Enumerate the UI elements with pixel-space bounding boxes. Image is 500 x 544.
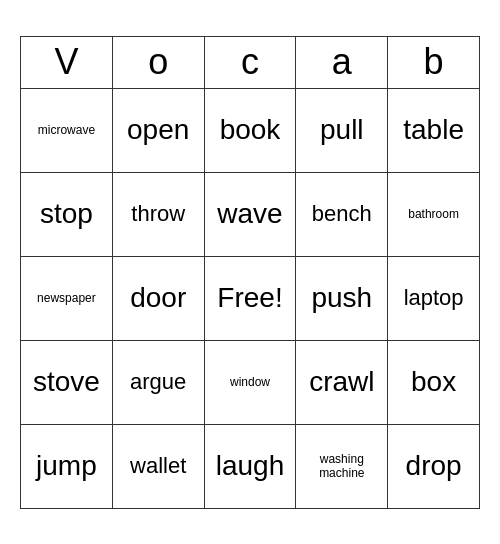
table-cell: wave <box>204 172 296 256</box>
cell-text: box <box>411 366 456 397</box>
table-cell: wallet <box>112 424 204 508</box>
table-cell: washing machine <box>296 424 388 508</box>
table-cell: box <box>388 340 480 424</box>
cell-text: bench <box>312 201 372 226</box>
table-cell: crawl <box>296 340 388 424</box>
table-cell: microwave <box>21 88 113 172</box>
table-row: microwaveopenbookpulltable <box>21 88 480 172</box>
cell-text: pull <box>320 114 364 145</box>
cell-text: drop <box>406 450 462 481</box>
table-cell: book <box>204 88 296 172</box>
table-cell: door <box>112 256 204 340</box>
header-cell: o <box>112 36 204 88</box>
cell-text: laugh <box>216 450 285 481</box>
table-cell: Free! <box>204 256 296 340</box>
cell-text: window <box>230 375 270 389</box>
cell-text: wave <box>217 198 282 229</box>
table-cell: drop <box>388 424 480 508</box>
cell-text: washing machine <box>319 452 364 480</box>
table-cell: push <box>296 256 388 340</box>
bingo-table: Vocab microwaveopenbookpulltablestopthro… <box>20 36 480 509</box>
cell-text: stove <box>33 366 100 397</box>
table-cell: argue <box>112 340 204 424</box>
table-cell: jump <box>21 424 113 508</box>
table-row: stopthrowwavebenchbathroom <box>21 172 480 256</box>
cell-text: throw <box>131 201 185 226</box>
table-cell: stop <box>21 172 113 256</box>
cell-text: book <box>220 114 281 145</box>
cell-text: newspaper <box>37 291 96 305</box>
table-cell: bench <box>296 172 388 256</box>
header-cell: b <box>388 36 480 88</box>
cell-text: argue <box>130 369 186 394</box>
table-cell: newspaper <box>21 256 113 340</box>
cell-text: open <box>127 114 189 145</box>
table-cell: window <box>204 340 296 424</box>
cell-text: wallet <box>130 453 186 478</box>
table-row: jumpwalletlaughwashing machinedrop <box>21 424 480 508</box>
cell-text: bathroom <box>408 207 459 221</box>
cell-text: push <box>311 282 372 313</box>
cell-text: table <box>403 114 464 145</box>
cell-text: crawl <box>309 366 374 397</box>
cell-text: laptop <box>404 285 464 310</box>
table-cell: open <box>112 88 204 172</box>
header-row: Vocab <box>21 36 480 88</box>
table-row: stovearguewindowcrawlbox <box>21 340 480 424</box>
cell-text: door <box>130 282 186 313</box>
table-cell: bathroom <box>388 172 480 256</box>
header-cell: c <box>204 36 296 88</box>
header-cell: V <box>21 36 113 88</box>
table-cell: pull <box>296 88 388 172</box>
header-cell: a <box>296 36 388 88</box>
table-cell: table <box>388 88 480 172</box>
cell-text: stop <box>40 198 93 229</box>
table-cell: laptop <box>388 256 480 340</box>
cell-text: microwave <box>38 123 95 137</box>
table-cell: laugh <box>204 424 296 508</box>
table-cell: stove <box>21 340 113 424</box>
table-row: newspaperdoorFree!pushlaptop <box>21 256 480 340</box>
cell-text: Free! <box>217 282 282 313</box>
table-cell: throw <box>112 172 204 256</box>
cell-text: jump <box>36 450 97 481</box>
